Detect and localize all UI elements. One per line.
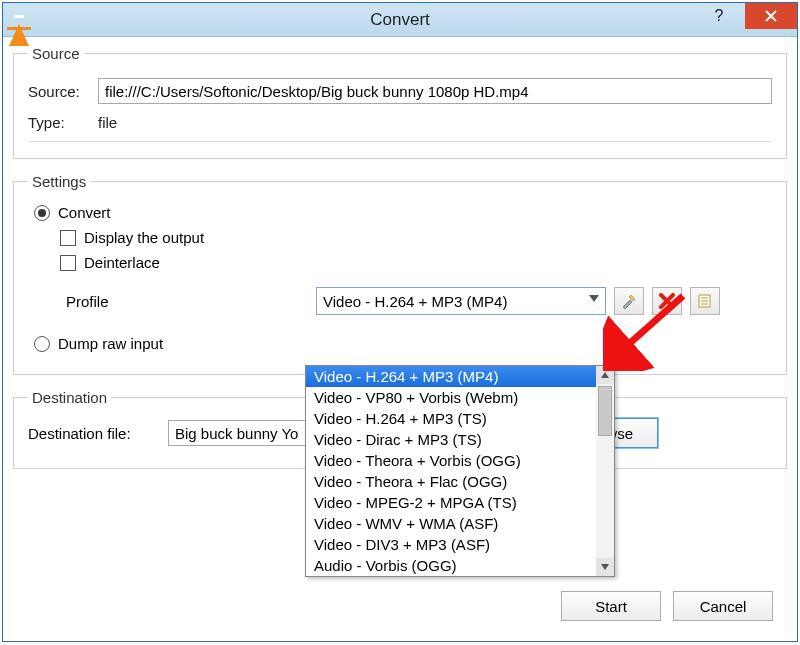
help-button[interactable]: ? — [693, 3, 745, 29]
new-profile-button[interactable] — [690, 287, 720, 315]
start-button[interactable]: Start — [561, 591, 661, 621]
delete-profile-button[interactable] — [652, 287, 682, 315]
window-title: Convert — [370, 10, 430, 30]
profile-option[interactable]: Video - H.264 + MP3 (MP4) — [306, 366, 596, 387]
dump-raw-radio[interactable] — [34, 336, 50, 352]
deinterlace-label: Deinterlace — [84, 254, 160, 271]
profile-dropdown-list[interactable]: Video - H.264 + MP3 (MP4) Video - VP80 +… — [305, 365, 615, 577]
dropdown-scrollbar[interactable] — [596, 366, 614, 576]
profile-selected-text: Video - H.264 + MP3 (MP4) — [323, 293, 507, 310]
profile-option[interactable]: Video - H.264 + MP3 (TS) — [306, 408, 596, 429]
type-label: Type: — [28, 114, 98, 131]
new-document-icon — [697, 293, 713, 309]
source-input[interactable] — [98, 78, 772, 104]
settings-group: Settings Convert Display the output Dein… — [13, 173, 787, 375]
profile-option[interactable]: Video - Theora + Vorbis (OGG) — [306, 450, 596, 471]
titlebar: Convert ? — [3, 3, 797, 37]
settings-legend: Settings — [28, 173, 90, 190]
wrench-screwdriver-icon — [620, 292, 638, 310]
profile-option[interactable]: Video - WMV + WMA (ASF) — [306, 513, 596, 534]
profile-option[interactable]: Video - DIV3 + MP3 (ASF) — [306, 534, 596, 555]
deinterlace-row[interactable]: Deinterlace — [60, 254, 772, 271]
scrollbar-thumb[interactable] — [598, 386, 612, 436]
dump-raw-label: Dump raw input — [58, 335, 163, 352]
source-group: Source Source: Type: file — [13, 45, 787, 159]
scroll-down-arrow-icon[interactable] — [596, 558, 614, 576]
vlc-cone-icon — [9, 7, 35, 33]
convert-radio[interactable] — [34, 205, 50, 221]
convert-radio-label: Convert — [58, 204, 111, 221]
cancel-button[interactable]: Cancel — [673, 591, 773, 621]
close-button[interactable] — [745, 3, 797, 29]
destination-legend: Destination — [28, 389, 111, 406]
destination-file-label: Destination file: — [28, 425, 158, 442]
convert-dialog: Convert ? Source Source: Type: file Sett… — [2, 2, 798, 642]
deinterlace-checkbox[interactable] — [60, 255, 76, 271]
display-output-row[interactable]: Display the output — [60, 229, 772, 246]
profile-combobox[interactable]: Video - H.264 + MP3 (MP4) — [316, 287, 606, 315]
edit-profile-button[interactable] — [614, 287, 644, 315]
x-delete-icon — [659, 293, 675, 309]
source-label: Source: — [28, 83, 98, 100]
type-value: file — [98, 114, 117, 131]
chevron-down-icon — [589, 295, 599, 302]
profile-option[interactable]: Video - VP80 + Vorbis (Webm) — [306, 387, 596, 408]
profile-option[interactable]: Video - Dirac + MP3 (TS) — [306, 429, 596, 450]
display-output-label: Display the output — [84, 229, 204, 246]
display-output-checkbox[interactable] — [60, 230, 76, 246]
profile-option[interactable]: Video - Theora + Flac (OGG) — [306, 471, 596, 492]
profile-option[interactable]: Audio - Vorbis (OGG) — [306, 555, 596, 576]
dump-raw-row[interactable]: Dump raw input — [34, 335, 772, 352]
scroll-up-arrow-icon[interactable] — [596, 366, 614, 384]
source-separator — [28, 141, 772, 142]
source-legend: Source — [28, 45, 84, 62]
profile-label: Profile — [66, 293, 316, 310]
profile-option[interactable]: Video - MPEG-2 + MPGA (TS) — [306, 492, 596, 513]
convert-radio-row[interactable]: Convert — [34, 204, 772, 221]
